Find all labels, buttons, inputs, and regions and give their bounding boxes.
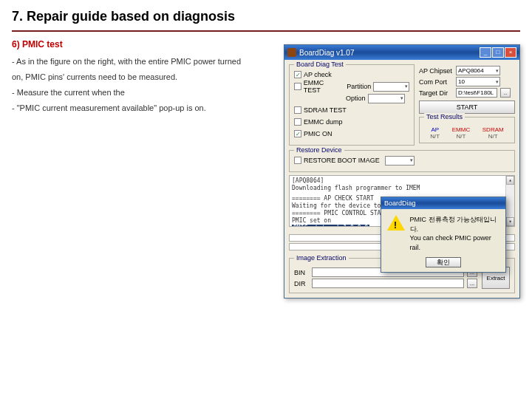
warning-icon: ! [387,215,404,233]
group-label: Image Extraction [294,254,349,262]
app-icon [287,48,296,57]
browse-button[interactable]: .. [500,88,511,98]
group-label: Test Results [424,113,465,120]
sdram-test-label: SDRAM TEST [304,106,347,114]
popup-title: BoardDiag [384,200,416,207]
group-label: Board Diag Test [294,61,346,68]
bin-label: BIN [294,269,309,276]
emmc-test-label: EMMC TEST [304,79,341,94]
result-emmc-value: N/T [452,133,470,140]
partition-select[interactable] [373,82,409,92]
log-highlight: PMIC status | 1 0 0 0 [292,225,369,227]
ap-chipset-select[interactable]: APQ8064 [456,66,500,75]
emmc-dump-label: EMMC dump [304,118,343,126]
pmic-on-label: PMIC ON [304,130,332,137]
sdram-test-checkbox[interactable] [294,106,301,114]
title-divider [12,30,520,32]
result-ap-value: N/T [430,133,440,140]
ap-check-label: AP check [304,71,332,78]
restore-device-group: Restore Device RESTORE BOOT IMAGE [289,150,515,172]
popup-message-1: PMIC 전류측정 가능상태입니다. [410,215,499,233]
result-ap-header: AP [430,126,440,133]
minimize-button[interactable]: _ [480,47,491,58]
start-button[interactable]: START [419,100,515,114]
dir-field[interactable] [312,279,464,288]
popup-titlebar[interactable]: BoardDiag [381,197,505,209]
com-port-label: Com Port [419,78,453,86]
popup-message-2: You can check PMIC power rail. [410,233,499,252]
log-line: [APQ8064] [292,177,512,185]
dir-browse-button[interactable]: ... [467,279,477,288]
scroll-down-icon[interactable]: ▾ [506,217,514,226]
result-sdram-value: N/T [482,133,504,140]
target-dir-label: Target Dir [419,89,453,97]
dir-label: DIR [294,280,309,287]
option-label: Option [346,95,366,102]
board-diag-test-group: Board Diag Test ✓ AP check EMMC TEST Par… [289,64,415,146]
boarddiag-window: BoardDiag v1.07 _ □ × Board Diag Test ✓ … [284,44,520,299]
result-sdram-header: SDRAM [482,126,504,133]
com-port-select[interactable]: 10 [456,77,500,86]
ap-chipset-label: AP Chipset [419,67,453,75]
emmc-test-checkbox[interactable] [294,83,301,90]
scrollbar[interactable]: ▴ ▾ [505,176,514,226]
window-title: BoardDiag v1.07 [299,49,480,57]
page-title: 7. Repair guide based on diagnosis [12,9,520,24]
titlebar[interactable]: BoardDiag v1.07 _ □ × [284,45,519,60]
target-dir-field[interactable]: D:\test\F180L [456,88,497,98]
pmic-on-checkbox[interactable]: ✓ [294,130,301,137]
config-panel: AP Chipset APQ8064 Com Port 10 Target Di… [419,64,515,146]
restore-boot-checkbox[interactable] [294,157,301,164]
group-label: Restore Device [294,146,344,154]
pmic-popup: BoardDiag ! PMIC 전류측정 가능상태입니다. You can c… [381,197,506,273]
restore-select[interactable] [385,156,415,166]
scroll-up-icon[interactable]: ▴ [506,176,514,185]
restore-boot-label: RESTORE BOOT IMAGE [304,157,380,164]
ap-check-checkbox[interactable]: ✓ [294,71,301,78]
close-button[interactable]: × [505,47,516,58]
partition-label: Partition [347,83,371,90]
maximize-button[interactable]: □ [492,47,504,58]
log-line: Downloading flash programmer to IMEM [292,185,512,192]
emmc-dump-checkbox[interactable] [294,118,301,126]
popup-ok-button[interactable]: 확인 [426,257,461,267]
result-emmc-header: EMMC [452,126,470,133]
option-select[interactable] [368,94,405,103]
test-results-group: Test Results APN/T EMMCN/T SDRAMN/T [419,117,515,143]
